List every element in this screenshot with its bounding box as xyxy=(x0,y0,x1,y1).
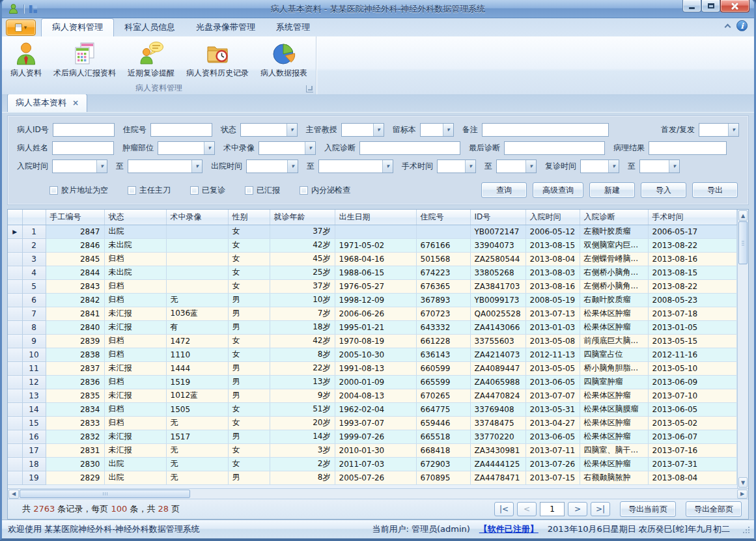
table-cell[interactable]: 20岁 xyxy=(270,416,335,430)
table-row[interactable]: 102838归档1110女8岁2005-10-30636143ZA4214073… xyxy=(8,348,737,361)
table-cell[interactable]: 33755603 xyxy=(470,334,525,348)
table-cell[interactable]: 674223 xyxy=(416,266,470,279)
table-cell[interactable]: 2005-07-26 xyxy=(335,471,416,484)
table-cell[interactable]: 女 xyxy=(228,279,270,293)
table-cell[interactable]: 676365 xyxy=(416,279,470,293)
table-cell[interactable]: 男 xyxy=(228,293,270,307)
table-cell[interactable]: 2839 xyxy=(46,334,104,348)
table-cell[interactable]: ZA4470824 xyxy=(470,389,525,402)
table-cell[interactable]: ZA4478471 xyxy=(470,471,525,484)
table-cell[interactable]: 2836 xyxy=(46,375,104,389)
table-row[interactable]: 142834归档1505女51岁1962-02-0466477533769408… xyxy=(8,402,737,416)
table-cell[interactable]: 未汇报 xyxy=(104,443,166,457)
chevron-down-icon[interactable]: ▾ xyxy=(382,160,393,173)
table-cell[interactable]: 归档 xyxy=(104,279,166,293)
table-row[interactable]: 62842归档无男10岁1998-12-09367893YB0099173200… xyxy=(8,293,737,307)
table-cell[interactable]: 2837 xyxy=(46,361,104,375)
table-cell[interactable]: 未汇报 xyxy=(104,389,166,402)
table-row[interactable]: 112837未汇报1444男22岁1991-08-13660599ZA40894… xyxy=(8,361,737,375)
table-cell[interactable]: 9岁 xyxy=(270,389,335,402)
table-cell[interactable]: 2004-08-13 xyxy=(335,389,416,402)
table-cell[interactable]: 女 xyxy=(228,238,270,252)
table-cell[interactable]: 2013-07-26 xyxy=(525,457,580,471)
table-cell[interactable]: 2013-08-22 xyxy=(648,238,737,252)
table-cell[interactable]: 归档 xyxy=(104,375,166,389)
pathology-result-input[interactable] xyxy=(649,141,727,155)
table-cell[interactable]: 女 xyxy=(228,416,270,430)
discharge-date-from-combo[interactable]: ▾ xyxy=(246,160,298,173)
table-cell[interactable]: 2847 xyxy=(46,225,104,238)
table-cell[interactable]: 2013-01-05 xyxy=(648,320,737,334)
horizontal-scrollbar-thumb[interactable] xyxy=(20,490,190,498)
table-row[interactable]: 42844未出院女25岁1988-06-15674223338052682013… xyxy=(8,266,737,279)
checkbox-icon[interactable] xyxy=(128,186,136,195)
export-current-page-button[interactable]: 导出当前页 xyxy=(620,501,676,517)
ribbon-button-postop-report[interactable]: 术后病人汇报资料 xyxy=(48,38,122,80)
table-cell[interactable]: 2006-05-17 xyxy=(648,225,737,238)
table-cell[interactable]: 45岁 xyxy=(270,252,335,266)
table-cell[interactable]: 无 xyxy=(166,293,228,307)
table-cell[interactable] xyxy=(166,266,228,279)
table-cell[interactable]: 1110 xyxy=(166,348,228,361)
dialog-launcher-icon[interactable] xyxy=(306,85,313,92)
chevron-down-icon[interactable]: ▾ xyxy=(204,142,214,154)
row-select-indicator[interactable] xyxy=(8,416,22,430)
table-cell[interactable]: 1517 xyxy=(166,430,228,443)
remark-input[interactable] xyxy=(482,123,609,137)
export-button[interactable]: 导出 xyxy=(692,182,738,198)
table-cell[interactable]: 未出院 xyxy=(104,238,166,252)
table-cell[interactable]: 42岁 xyxy=(270,238,335,252)
table-cell[interactable]: YB0099173 xyxy=(470,293,525,307)
column-header[interactable]: 入院诊断 xyxy=(580,210,648,225)
row-select-indicator[interactable] xyxy=(8,320,22,334)
table-cell[interactable]: 男 xyxy=(228,307,270,320)
table-cell[interactable]: 2000-01-09 xyxy=(335,375,416,389)
table-cell[interactable]: 前颅底巨大脑... xyxy=(580,334,648,348)
chevron-down-icon[interactable]: ▾ xyxy=(669,160,679,173)
table-row[interactable]: 182830出院无女2岁2011-07-03672903ZA4444125201… xyxy=(8,457,737,471)
table-cell[interactable]: 无 xyxy=(166,457,228,471)
table-cell[interactable]: 1012蓝 xyxy=(166,389,228,402)
chevron-down-icon[interactable]: ▾ xyxy=(373,124,384,136)
table-cell[interactable]: 2013-05-15 xyxy=(648,334,737,348)
table-cell[interactable]: 1036蓝 xyxy=(166,307,228,320)
table-cell[interactable]: 出院 xyxy=(104,225,166,238)
table-cell[interactable]: 42岁 xyxy=(270,334,335,348)
table-cell[interactable]: 2006-05-12 xyxy=(525,225,580,238)
table-cell[interactable]: 33770220 xyxy=(470,430,525,443)
table-cell[interactable]: 男 xyxy=(228,389,270,402)
checkbox-icon[interactable] xyxy=(49,186,58,195)
table-row[interactable]: 172831未汇报无女3岁2010-01-30668418ZA343098120… xyxy=(8,443,737,457)
patient-id-input[interactable] xyxy=(53,123,115,137)
table-cell[interactable]: 男 xyxy=(228,430,270,443)
column-header[interactable]: 就诊年龄 xyxy=(270,210,335,225)
import-button[interactable]: 导入 xyxy=(641,182,686,198)
table-cell[interactable]: 无 xyxy=(166,471,228,484)
table-cell[interactable]: 无 xyxy=(166,443,228,457)
table-cell[interactable]: 1999-07-26 xyxy=(335,430,416,443)
table-cell[interactable]: 672903 xyxy=(416,457,470,471)
row-select-indicator[interactable] xyxy=(8,238,22,252)
table-cell[interactable]: 2013-07-16 xyxy=(648,443,737,457)
table-cell[interactable]: 2013-07-11 xyxy=(525,443,580,457)
table-cell[interactable]: 左侧蝶骨嵴脑... xyxy=(580,252,648,266)
table-cell[interactable]: 男 xyxy=(228,320,270,334)
table-cell[interactable]: 2013-08-22 xyxy=(648,279,737,293)
table-cell[interactable]: 670723 xyxy=(416,307,470,320)
table-cell[interactable] xyxy=(166,225,228,238)
table-cell[interactable]: ZA4089447 xyxy=(470,361,525,375)
table-cell[interactable]: 2013-08-15 xyxy=(648,266,737,279)
table-cell[interactable]: 四脑室、脑干... xyxy=(580,443,648,457)
table-cell[interactable]: 2013-05-05 xyxy=(525,361,580,375)
first-page-button[interactable]: |< xyxy=(494,502,514,516)
table-row[interactable]: 162832未汇报1517男14岁1999-07-266655183377022… xyxy=(8,430,737,443)
minimize-button[interactable] xyxy=(682,0,701,12)
application-menu-button[interactable]: ▾ xyxy=(6,20,36,36)
table-cell[interactable]: 2006-06-26 xyxy=(335,307,416,320)
table-cell[interactable]: 女 xyxy=(228,266,270,279)
table-cell[interactable]: 665518 xyxy=(416,430,470,443)
revisit-date-from-combo[interactable]: ▾ xyxy=(580,160,619,173)
ribbon-button-history-records[interactable]: 病人资料历史记录 xyxy=(180,38,255,80)
table-cell[interactable]: 8岁 xyxy=(270,471,335,484)
table-cell[interactable]: 松果体区肿瘤 xyxy=(580,389,648,402)
